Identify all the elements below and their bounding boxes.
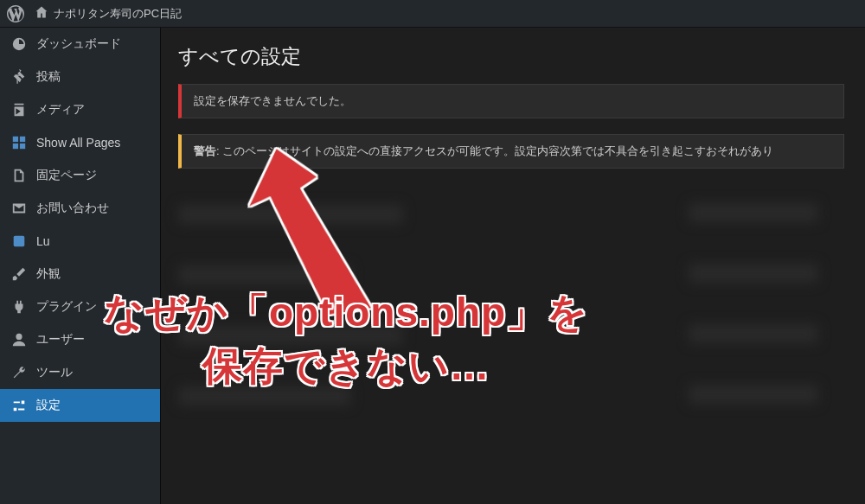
page-title: すべての設定: [178, 43, 844, 70]
sidebar-item-label: プラグイン: [36, 299, 97, 315]
sidebar-item-label: Show All Pages: [36, 136, 120, 150]
warning-text: : このページはサイトの設定への直接アクセスが可能です。設定内容次第では不具合を…: [216, 144, 773, 157]
error-notice: 設定を保存できませんでした。: [178, 84, 844, 118]
plugin-icon: [10, 233, 28, 249]
svg-rect-2: [13, 144, 18, 149]
sidebar-item-tools[interactable]: ツール: [0, 356, 160, 389]
blurred-label: [178, 386, 351, 405]
sidebar-item-label: Lu: [36, 234, 50, 248]
sidebar-item-settings[interactable]: 設定: [0, 389, 160, 422]
settings-table: [178, 184, 844, 426]
sidebar-item-dashboard[interactable]: ダッシュボード: [0, 28, 160, 61]
blurred-value: [689, 203, 818, 222]
plug-icon: [10, 299, 28, 315]
sidebar-item-label: 外観: [36, 266, 61, 282]
sliders-icon: [10, 398, 28, 413]
settings-row: [178, 245, 844, 305]
sidebar-item-label: 投稿: [36, 69, 61, 85]
settings-row: [178, 184, 844, 245]
grid-icon: [10, 135, 28, 150]
sidebar-item-show-all-pages[interactable]: Show All Pages: [0, 126, 160, 159]
settings-row: [178, 305, 844, 366]
blurred-value: [689, 264, 818, 283]
sidebar-item-lu[interactable]: Lu: [0, 225, 160, 258]
sidebar-item-label: ダッシュボード: [36, 36, 121, 52]
blurred-label: [178, 265, 351, 284]
sidebar-item-label: ツール: [36, 365, 73, 380]
error-notice-text: 設定を保存できませんでした。: [194, 94, 351, 107]
sidebar-item-users[interactable]: ユーザー: [0, 323, 160, 356]
media-icon: [10, 102, 28, 118]
settings-row: [178, 366, 844, 426]
warning-notice: 警告: このページはサイトの設定への直接アクセスが可能です。設定内容次第では不具…: [178, 134, 844, 169]
sidebar-item-label: お問い合わせ: [36, 201, 109, 216]
blurred-label: [178, 205, 403, 224]
warning-label: 警告: [194, 144, 216, 157]
pin-icon: [10, 69, 28, 85]
page-icon: [10, 168, 28, 183]
sidebar-item-label: ユーザー: [36, 332, 85, 348]
sidebar-item-label: 固定ページ: [36, 168, 97, 183]
blurred-value: [689, 324, 818, 343]
admin-toolbar: ナポリタン寿司のPC日記: [0, 0, 865, 28]
svg-rect-0: [13, 137, 18, 142]
blurred-value: [689, 385, 818, 404]
content-area: すべての設定 設定を保存できませんでした。 警告: このページはサイトの設定への…: [160, 28, 865, 504]
svg-point-5: [16, 334, 22, 340]
admin-sidebar: ダッシュボード 投稿 メディア Show All Pages 固定ページ: [0, 28, 160, 504]
site-home-link[interactable]: ナポリタン寿司のPC日記: [35, 5, 182, 22]
wordpress-logo-icon[interactable]: [7, 5, 24, 22]
site-title: ナポリタン寿司のPC日記: [54, 6, 182, 22]
sidebar-item-media[interactable]: メディア: [0, 93, 160, 126]
wrench-icon: [10, 365, 28, 380]
sidebar-item-label: メディア: [36, 102, 85, 118]
blurred-label: [178, 326, 403, 345]
home-icon: [35, 5, 48, 22]
sidebar-item-plugins[interactable]: プラグイン: [0, 290, 160, 323]
svg-rect-1: [20, 137, 25, 142]
mail-icon: [10, 201, 28, 216]
svg-rect-3: [20, 144, 25, 149]
dashboard-icon: [10, 36, 28, 52]
sidebar-item-contact[interactable]: お問い合わせ: [0, 192, 160, 225]
sidebar-item-label: 設定: [36, 398, 61, 413]
sidebar-item-appearance[interactable]: 外観: [0, 258, 160, 290]
brush-icon: [10, 266, 28, 282]
svg-rect-4: [14, 236, 25, 247]
sidebar-item-pages[interactable]: 固定ページ: [0, 159, 160, 192]
users-icon: [10, 332, 28, 348]
sidebar-item-posts[interactable]: 投稿: [0, 61, 160, 93]
